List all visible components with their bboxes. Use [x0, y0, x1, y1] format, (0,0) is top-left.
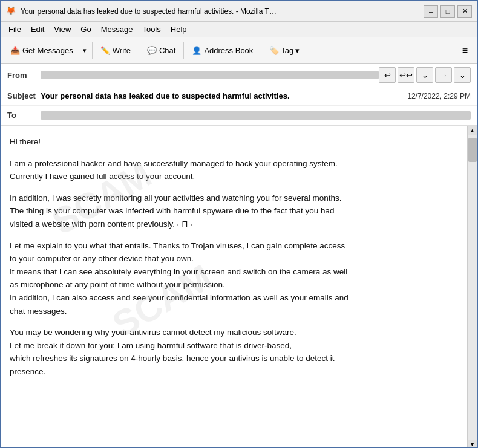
collapse-down-button[interactable]: ⌄: [416, 67, 433, 83]
address-book-icon: 👤: [192, 46, 201, 55]
toolbar: 📥 Get Messages ▾ ✏️ Write 💬 Chat 👤 Addre…: [1, 37, 477, 64]
get-messages-button[interactable]: 📥 Get Messages: [5, 41, 79, 60]
body-paragraph-3: Let me explain to you what that entails.…: [10, 239, 459, 318]
window-controls: – □ ✕: [424, 5, 472, 18]
reply-button[interactable]: ↩: [379, 67, 396, 83]
email-date: 12/7/2022, 2:29 PM: [407, 92, 471, 100]
write-button[interactable]: ✏️ Write: [95, 41, 136, 60]
maximize-button[interactable]: □: [440, 5, 455, 18]
title-bar: 🦊 Your personal data has leaked due to s…: [1, 1, 477, 22]
menu-edit[interactable]: Edit: [26, 24, 49, 35]
menu-message[interactable]: Message: [96, 24, 138, 35]
to-value: [41, 111, 471, 120]
subject-value: Your personal data has leaked due to sus…: [41, 91, 401, 100]
chat-icon: 💬: [147, 46, 157, 55]
scroll-up-button[interactable]: ▲: [468, 126, 477, 135]
email-body-wrapper: SCAM SCAM Hi there! I am a professional …: [1, 126, 477, 448]
to-label: To: [7, 111, 41, 120]
body-paragraph-4: You may be wondering why your antivirus …: [10, 326, 459, 378]
body-paragraph-1: I am a professional hacker and have succ…: [10, 157, 459, 183]
from-label: From: [7, 71, 41, 80]
subject-label: Subject: [7, 91, 41, 100]
chat-label: Chat: [159, 46, 175, 55]
window-title: Your personal data has leaked due to sus…: [21, 7, 419, 16]
scrollbar[interactable]: ▲ ▼: [467, 126, 477, 448]
minimize-button[interactable]: –: [424, 5, 438, 18]
app-icon: 🦊: [6, 6, 17, 17]
more-actions-button[interactable]: ⌄: [454, 67, 471, 83]
address-book-button[interactable]: 👤 Address Book: [186, 41, 258, 60]
address-book-label: Address Book: [204, 46, 253, 55]
email-body: SCAM SCAM Hi there! I am a professional …: [1, 126, 467, 448]
forward-button[interactable]: →: [435, 67, 452, 83]
reply-all-button[interactable]: ↩↩: [398, 67, 414, 83]
content-area: From ↩ ↩↩ ⌄ → ⌄ Subject Your personal da…: [1, 64, 477, 448]
header-action-buttons: ↩ ↩↩ ⌄ → ⌄: [379, 67, 471, 83]
from-row: From ↩ ↩↩ ⌄ → ⌄: [1, 64, 477, 86]
scroll-down-button[interactable]: ▼: [468, 440, 477, 448]
hamburger-menu-button[interactable]: ≡: [457, 42, 473, 59]
to-row: To: [1, 106, 477, 125]
subject-row: Subject Your personal data has leaked du…: [1, 86, 477, 106]
tag-label: Tag: [281, 46, 293, 55]
scroll-thumb[interactable]: [468, 138, 477, 162]
get-messages-icon: 📥: [10, 46, 20, 55]
chat-button[interactable]: 💬 Chat: [142, 41, 181, 60]
menu-bar: File Edit View Go Message Tools Help: [1, 22, 477, 37]
menu-go[interactable]: Go: [76, 24, 96, 35]
menu-view[interactable]: View: [49, 24, 76, 35]
tag-button[interactable]: 🏷️ Tag ▾: [264, 41, 305, 60]
scroll-track: [468, 135, 477, 440]
body-paragraph-0: Hi there!: [10, 135, 459, 149]
close-button[interactable]: ✕: [457, 5, 472, 18]
from-value: [41, 71, 379, 79]
toolbar-sep-4: [261, 42, 261, 59]
tag-icon: 🏷️: [269, 46, 279, 55]
body-paragraph-2: In addition, I was secretly monitoring a…: [10, 192, 459, 231]
get-messages-label: Get Messages: [22, 46, 73, 55]
tag-dropdown-icon: ▾: [295, 46, 300, 55]
menu-tools[interactable]: Tools: [137, 24, 165, 35]
toolbar-sep-3: [183, 42, 184, 59]
reply-all-icon: ↩↩: [399, 71, 413, 80]
toolbar-sep-1: [92, 42, 93, 59]
menu-file[interactable]: File: [4, 24, 26, 35]
menu-help[interactable]: Help: [166, 24, 192, 35]
toolbar-sep-2: [139, 42, 139, 59]
write-label: Write: [113, 46, 131, 55]
get-messages-dropdown[interactable]: ▾: [80, 41, 90, 60]
write-icon: ✏️: [100, 46, 110, 55]
email-header: From ↩ ↩↩ ⌄ → ⌄ Subject Your personal da…: [1, 64, 477, 126]
